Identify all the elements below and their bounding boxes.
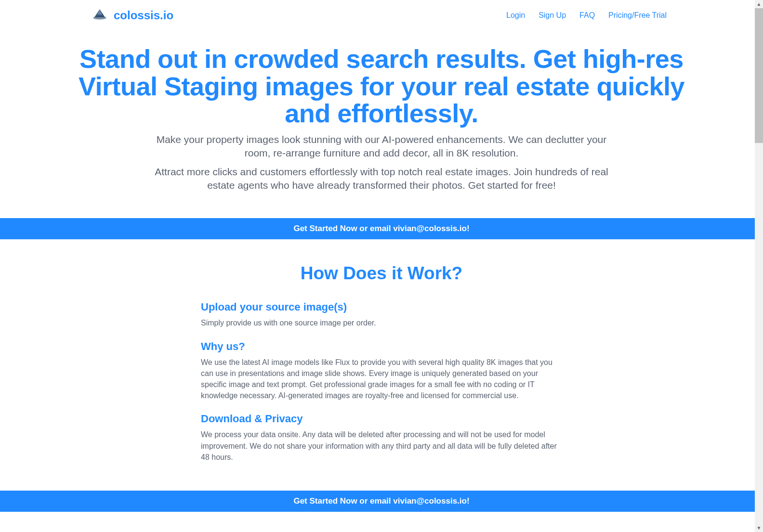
header: colossis.io Login Sign Up FAQ Pricing/Fr… xyxy=(0,0,763,31)
step-upload: Upload your source image(s) Simply provi… xyxy=(201,301,562,328)
nav: Login Sign Up FAQ Pricing/Free Trial xyxy=(506,11,667,20)
step-title: Why us? xyxy=(201,340,562,353)
step-download-privacy: Download & Privacy We process your data … xyxy=(201,413,562,463)
step-body: We process your data onsite. Any data wi… xyxy=(201,429,562,463)
nav-login[interactable]: Login xyxy=(506,11,525,20)
how-title: How Does it Work? xyxy=(0,263,763,284)
scrollbar-down-arrow-icon[interactable]: ▼ xyxy=(755,524,763,532)
brand[interactable]: colossis.io xyxy=(92,9,173,22)
scrollbar-thumb[interactable] xyxy=(755,8,763,143)
cta-button-2[interactable]: Get Started Now or email vivian@colossis… xyxy=(0,491,763,512)
how-it-works-section: How Does it Work? Upload your source ima… xyxy=(0,239,763,479)
hero-section: Stand out in crowded search results. Get… xyxy=(0,31,763,207)
nav-pricing[interactable]: Pricing/Free Trial xyxy=(608,11,667,20)
step-body: We use the latest AI image models like F… xyxy=(201,357,562,402)
hero-subtitle-1: Make your property images look stunning … xyxy=(150,133,613,160)
step-why-us: Why us? We use the latest AI image model… xyxy=(201,340,562,402)
brand-name: colossis.io xyxy=(114,9,173,22)
scrollbar[interactable]: ▲ ▼ xyxy=(755,0,763,532)
nav-faq[interactable]: FAQ xyxy=(579,11,595,20)
hero-subtitle-2: Attract more clicks and customers effort… xyxy=(150,165,613,193)
nav-signup[interactable]: Sign Up xyxy=(539,11,566,20)
step-title: Download & Privacy xyxy=(201,413,562,425)
step-body: Simply provide us with one source image … xyxy=(201,317,562,328)
scrollbar-up-arrow-icon[interactable]: ▲ xyxy=(755,0,763,8)
step-title: Upload your source image(s) xyxy=(201,301,562,313)
hero-headline: Stand out in crowded search results. Get… xyxy=(63,45,700,127)
spacer xyxy=(0,512,763,532)
svg-point-0 xyxy=(93,16,106,20)
cta-button-1[interactable]: Get Started Now or email vivian@colossis… xyxy=(0,218,763,239)
logo-icon xyxy=(92,9,108,22)
steps-container: Upload your source image(s) Simply provi… xyxy=(191,301,572,463)
